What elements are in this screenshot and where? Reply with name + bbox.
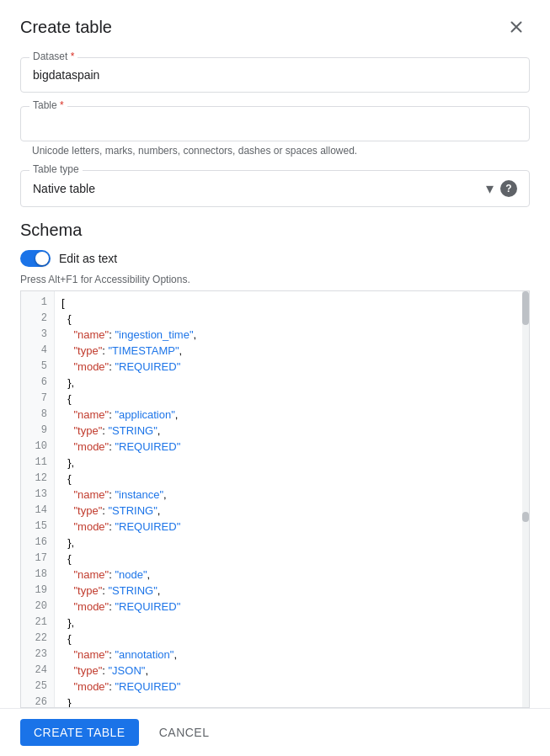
line-number: 21: [21, 615, 54, 631]
code-line: "type": "STRING",: [61, 423, 522, 439]
help-icon[interactable]: ?: [500, 180, 517, 197]
scrollbar-thumb-bottom: [522, 512, 529, 522]
table-field-container: Table *: [20, 106, 530, 141]
table-type-value: Native table: [33, 182, 486, 195]
code-line: "type": "STRING",: [61, 583, 522, 599]
cancel-button[interactable]: CANCEL: [146, 719, 223, 746]
line-number: 10: [21, 439, 54, 455]
line-number: 23: [21, 647, 54, 663]
table-type-group: Table type Native table ▾ ?: [20, 170, 530, 207]
line-number: 12: [21, 471, 54, 487]
code-line: [: [61, 295, 522, 311]
code-line: "mode": "REQUIRED": [61, 599, 522, 615]
code-line: "name": "application",: [61, 407, 522, 423]
code-line: {: [61, 631, 522, 647]
dataset-label: Dataset *: [29, 51, 77, 62]
line-number: 19: [21, 583, 54, 599]
line-number: 18: [21, 567, 54, 583]
code-line: "mode": "REQUIRED": [61, 679, 522, 695]
dialog-title: Create table: [20, 18, 112, 37]
code-line: }: [61, 695, 522, 707]
table-type-container: Table type Native table ▾ ?: [20, 170, 530, 207]
close-button[interactable]: [503, 13, 530, 40]
code-line: {: [61, 391, 522, 407]
code-line: },: [61, 615, 522, 631]
create-table-button[interactable]: CREATE TABLE: [20, 719, 139, 746]
create-table-dialog: Create table Dataset * Table *: [0, 0, 550, 756]
line-number: 24: [21, 663, 54, 679]
line-number: 14: [21, 503, 54, 519]
code-line: "name": "node",: [61, 567, 522, 583]
code-line: {: [61, 311, 522, 327]
line-number: 3: [21, 327, 54, 343]
dialog-header: Create table: [0, 0, 550, 51]
edit-as-text-row: Edit as text: [20, 250, 530, 267]
line-number: 4: [21, 343, 54, 359]
dataset-field-container: Dataset *: [20, 57, 530, 93]
table-field-group: Table * Unicode letters, marks, numbers,…: [20, 106, 530, 157]
line-number: 11: [21, 455, 54, 471]
table-input[interactable]: [21, 107, 529, 141]
line-number: 6: [21, 375, 54, 391]
code-line: {: [61, 471, 522, 487]
line-number: 1: [21, 295, 54, 311]
line-number: 15: [21, 519, 54, 535]
line-number: 13: [21, 487, 54, 503]
line-number: 22: [21, 631, 54, 647]
code-line: "name": "ingestion_time",: [61, 327, 522, 343]
code-line: {: [61, 551, 522, 567]
code-line: "name": "annotation",: [61, 647, 522, 663]
dialog-footer: CREATE TABLE CANCEL: [0, 708, 550, 756]
line-number: 8: [21, 407, 54, 423]
line-number: 20: [21, 599, 54, 615]
line-number: 5: [21, 359, 54, 375]
line-number: 7: [21, 391, 54, 407]
code-line: "name": "instance",: [61, 487, 522, 503]
line-number: 17: [21, 551, 54, 567]
code-line: "mode": "REQUIRED": [61, 359, 522, 375]
code-editor[interactable]: 1234567891011121314151617181920212223242…: [20, 290, 530, 708]
table-type-select-wrapper[interactable]: Native table ▾ ?: [21, 171, 529, 206]
code-line: "type": "STRING",: [61, 503, 522, 519]
table-label: Table *: [29, 99, 67, 111]
line-number: 25: [21, 679, 54, 695]
scrollbar-track[interactable]: [522, 291, 529, 707]
table-type-label: Table type: [29, 163, 83, 175]
code-line: "mode": "REQUIRED": [61, 439, 522, 455]
code-line: "type": "JSON",: [61, 663, 522, 679]
dialog-body: Dataset * Table * Unicode letters, marks…: [0, 51, 550, 708]
edit-as-text-toggle[interactable]: [20, 250, 51, 267]
code-line: "mode": "REQUIRED": [61, 519, 522, 535]
line-number: 2: [21, 311, 54, 327]
close-icon: [508, 19, 525, 35]
code-line: },: [61, 535, 522, 551]
dropdown-icon: ▾: [486, 179, 494, 198]
toggle-thumb: [35, 252, 49, 265]
line-numbers: 1234567891011121314151617181920212223242…: [21, 291, 55, 707]
scrollbar-thumb-top: [522, 291, 529, 325]
line-number: 9: [21, 423, 54, 439]
edit-as-text-label: Edit as text: [59, 252, 117, 265]
dataset-field-group: Dataset *: [20, 57, 530, 93]
code-line: },: [61, 375, 522, 391]
code-content[interactable]: [ { "name": "ingestion_time", "type": "T…: [55, 291, 529, 707]
code-line: },: [61, 455, 522, 471]
code-line: "type": "TIMESTAMP",: [61, 343, 522, 359]
schema-title: Schema: [20, 221, 530, 240]
line-number: 16: [21, 535, 54, 551]
table-hint: Unicode letters, marks, numbers, connect…: [20, 145, 530, 157]
line-number: 26: [21, 695, 54, 707]
dataset-input[interactable]: [21, 58, 529, 92]
accessibility-hint: Press Alt+F1 for Accessibility Options.: [20, 274, 530, 285]
schema-section: Schema Edit as text Press Alt+F1 for Acc…: [20, 221, 530, 708]
